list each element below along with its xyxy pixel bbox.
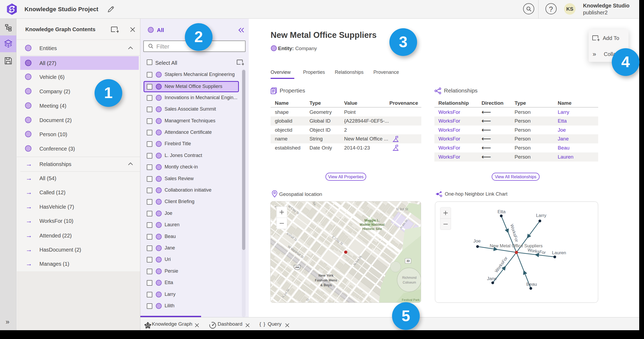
svg-text:Etta: Etta <box>498 209 506 214</box>
svg-text:250: 250 <box>295 266 299 269</box>
svg-text:Lauren: Lauren <box>552 250 566 255</box>
svg-text:Maggie L.: Maggie L. <box>364 219 380 222</box>
svg-text:Joe: Joe <box>473 239 480 244</box>
svg-text:33: 33 <box>406 259 410 263</box>
svg-text:New York: New York <box>319 274 333 277</box>
svg-text:Fashion Mens: Fashion Mens <box>315 279 337 282</box>
svg-text:N 3rd St: N 3rd St <box>396 207 408 211</box>
svg-text:Walker National: Walker National <box>360 223 384 227</box>
svg-text:& Boys: & Boys <box>320 283 332 287</box>
svg-text:Historic Site: Historic Site <box>362 227 382 231</box>
svg-text:Festival Park: Festival Park <box>402 298 420 301</box>
svg-text:Coliseum: Coliseum <box>403 281 416 284</box>
svg-text:Richmond: Richmond <box>402 276 417 280</box>
svg-text:Beau: Beau <box>526 282 537 287</box>
svg-text:New Metal Office Suppliers: New Metal Office Suppliers <box>490 243 543 248</box>
svg-text:Jane: Jane <box>487 276 497 281</box>
svg-text:Larry: Larry <box>536 213 547 218</box>
